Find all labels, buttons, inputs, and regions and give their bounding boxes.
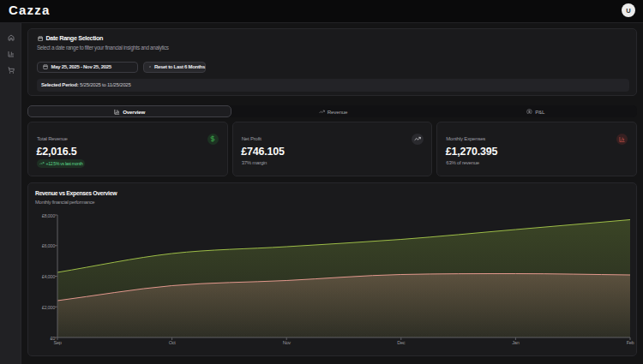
svg-text:£8,000: £8,000	[42, 213, 55, 218]
svg-text:Dec: Dec	[397, 340, 406, 345]
svg-text:Feb: Feb	[627, 340, 634, 345]
svg-text:£6,000: £6,000	[42, 243, 55, 248]
svg-text:Sep: Sep	[53, 340, 61, 345]
svg-text:Oct: Oct	[169, 340, 177, 345]
svg-text:£4,000: £4,000	[42, 274, 55, 279]
svg-text:Jan: Jan	[512, 340, 519, 345]
svg-text:£2,000: £2,000	[42, 305, 55, 310]
svg-text:Nov: Nov	[283, 340, 291, 345]
